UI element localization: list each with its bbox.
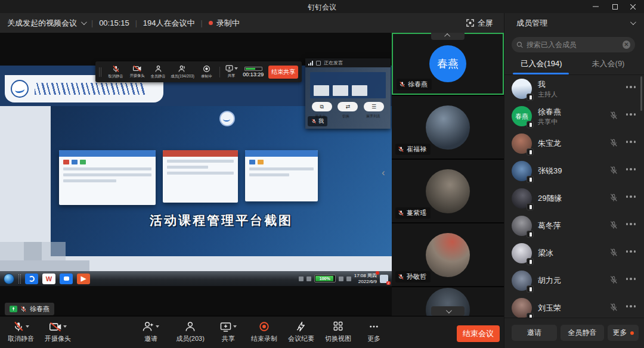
caret-down-icon[interactable] bbox=[63, 325, 67, 328]
member-mic-muted-icon[interactable] bbox=[609, 193, 618, 205]
camera-on-button[interactable]: 开摄像头 bbox=[37, 321, 79, 343]
tab-not-joined[interactable]: 未入会(9) bbox=[581, 58, 636, 73]
tray-icon[interactable] bbox=[339, 276, 343, 281]
chevron-down-icon[interactable] bbox=[630, 19, 636, 25]
stop-recording-button[interactable]: 结束录制 bbox=[243, 321, 285, 343]
drag-handle[interactable] bbox=[99, 67, 101, 77]
member-row[interactable]: 春燕 徐春燕 共享中 bbox=[504, 102, 644, 130]
caret-down-icon[interactable] bbox=[26, 325, 29, 328]
expand-list-button[interactable]: ☰ bbox=[364, 102, 384, 111]
float-mute-button[interactable]: 取消静音 bbox=[105, 65, 126, 79]
avatar bbox=[512, 298, 532, 318]
video-tile[interactable]: 孙敬哲 bbox=[392, 223, 504, 286]
tab-joined[interactable]: 已入会(194) bbox=[512, 58, 571, 73]
browser-icon[interactable] bbox=[25, 274, 38, 284]
member-mic-muted-icon[interactable] bbox=[609, 111, 618, 123]
unmute-button[interactable]: 取消静音 bbox=[0, 321, 42, 343]
chevron-down-icon bbox=[81, 19, 87, 25]
member-mic-muted-icon[interactable] bbox=[609, 303, 618, 315]
wps-presentation-icon[interactable]: ▶ bbox=[77, 274, 90, 284]
panel-scrollbar[interactable] bbox=[640, 76, 642, 111]
member-more-button[interactable] bbox=[626, 113, 636, 116]
member-more-button[interactable] bbox=[626, 278, 636, 280]
fullscreen-button[interactable]: 全屏 bbox=[466, 13, 493, 33]
pin-icon[interactable] bbox=[316, 61, 321, 66]
avatar: 春燕 bbox=[429, 45, 466, 82]
person-plus-icon bbox=[143, 321, 154, 332]
strip-collapse-arrow[interactable]: ‹ bbox=[382, 167, 388, 178]
mobile-device-badge bbox=[527, 258, 534, 265]
notification-dot-icon bbox=[630, 331, 634, 335]
signal-icon bbox=[308, 61, 313, 66]
building-photo bbox=[0, 242, 89, 271]
desktop-taskbar: W ▶ 100% 17:08 周四 2022/6/9 bbox=[0, 271, 392, 286]
strip-scroll-up-button[interactable] bbox=[431, 33, 465, 40]
member-more-button[interactable] bbox=[626, 223, 636, 225]
video-tile[interactable]: 春燕 徐春燕 bbox=[392, 33, 504, 95]
member-row[interactable]: 梁冰 bbox=[504, 240, 644, 267]
member-more-button[interactable] bbox=[626, 86, 636, 88]
switch-float-button[interactable]: ⇄ bbox=[338, 102, 358, 111]
video-tile[interactable]: 蔓紫瑶 bbox=[392, 160, 504, 222]
tile-name-label: 徐春燕 bbox=[397, 79, 432, 90]
maximize-float-button[interactable]: ⧉ bbox=[312, 102, 332, 111]
start-button-icon[interactable] bbox=[4, 274, 14, 284]
members-button[interactable]: 成员(203) bbox=[169, 321, 211, 343]
member-row[interactable]: 葛冬萍 bbox=[504, 212, 644, 240]
caret-down-icon[interactable] bbox=[156, 325, 159, 328]
member-mic-muted-icon[interactable] bbox=[609, 138, 618, 150]
panel-mute-all-button[interactable]: 全员静音 bbox=[561, 325, 604, 341]
member-row[interactable]: 刘玉荣 bbox=[504, 294, 644, 318]
strip-scroll-down-button[interactable] bbox=[431, 306, 465, 316]
meeting-minutes-button[interactable]: 会议纪要 bbox=[280, 321, 322, 343]
avatar bbox=[512, 79, 532, 99]
mic-muted-icon bbox=[398, 274, 404, 280]
meeting-title-dropdown[interactable]: 关成发起的视频会议 bbox=[7, 18, 85, 29]
search-input[interactable] bbox=[527, 41, 619, 49]
mini-screen-preview bbox=[310, 72, 386, 98]
member-mic-muted-icon[interactable] bbox=[609, 248, 618, 260]
maximize-button[interactable] bbox=[606, 0, 624, 13]
member-mic-muted-icon[interactable] bbox=[609, 220, 618, 232]
panel-more-button[interactable]: 更多 bbox=[608, 325, 639, 341]
more-button[interactable]: 更多 bbox=[353, 321, 395, 343]
float-members-button[interactable]: 成员(194/203) bbox=[169, 65, 196, 79]
member-search[interactable]: ✕ bbox=[512, 37, 635, 52]
end-share-button[interactable]: 结束共享 bbox=[268, 66, 298, 79]
caret-down-icon[interactable] bbox=[233, 325, 237, 328]
mobile-device-badge bbox=[527, 148, 534, 156]
float-camera-button[interactable]: 开摄像头 bbox=[126, 65, 148, 79]
clear-search-icon[interactable]: ✕ bbox=[623, 41, 630, 49]
close-button[interactable] bbox=[624, 0, 642, 13]
float-mute-all-button[interactable]: 全员静音 bbox=[148, 65, 169, 79]
screenshot-window bbox=[59, 150, 156, 205]
video-tile[interactable]: 崔福禄 bbox=[392, 96, 504, 159]
float-share-button[interactable]: 共享 bbox=[222, 65, 241, 79]
member-mic-muted-icon[interactable] bbox=[609, 275, 618, 287]
member-row[interactable]: 胡力元 bbox=[504, 267, 644, 294]
member-row[interactable]: 29随缘 bbox=[504, 185, 644, 212]
member-more-button[interactable] bbox=[626, 305, 636, 307]
tray-icon[interactable] bbox=[346, 276, 351, 281]
participant-count: 194人在会议中 bbox=[143, 18, 195, 29]
member-row[interactable]: 我 主持人 bbox=[504, 75, 644, 102]
member-row[interactable]: 朱宝龙 bbox=[504, 130, 644, 157]
tray-icon[interactable] bbox=[306, 276, 311, 281]
float-recording-button[interactable]: 录制中 bbox=[196, 65, 218, 79]
minimize-button[interactable] bbox=[587, 0, 605, 13]
member-more-button[interactable] bbox=[626, 168, 636, 170]
end-meeting-button[interactable]: 结束会议 bbox=[457, 325, 500, 342]
member-row[interactable]: 张锐39 bbox=[504, 157, 644, 185]
speaker-float-window[interactable]: 正在发言 ⧉ ⇄ ☰ 最大化 切换 展开列表 bbox=[305, 58, 391, 129]
dingtalk-app-icon[interactable] bbox=[60, 274, 73, 284]
member-more-button[interactable] bbox=[626, 141, 636, 143]
wps-writer-icon[interactable]: W bbox=[42, 274, 55, 284]
tray-notification-icon[interactable] bbox=[380, 275, 388, 283]
avatar: 春燕 bbox=[512, 106, 532, 126]
panel-invite-button[interactable]: 邀请 bbox=[512, 325, 557, 341]
invite-button[interactable]: 邀请 bbox=[130, 321, 172, 343]
member-mic-muted-icon[interactable] bbox=[609, 166, 618, 178]
member-more-button[interactable] bbox=[626, 250, 636, 253]
tray-icon[interactable] bbox=[299, 276, 304, 281]
member-more-button[interactable] bbox=[626, 195, 636, 198]
